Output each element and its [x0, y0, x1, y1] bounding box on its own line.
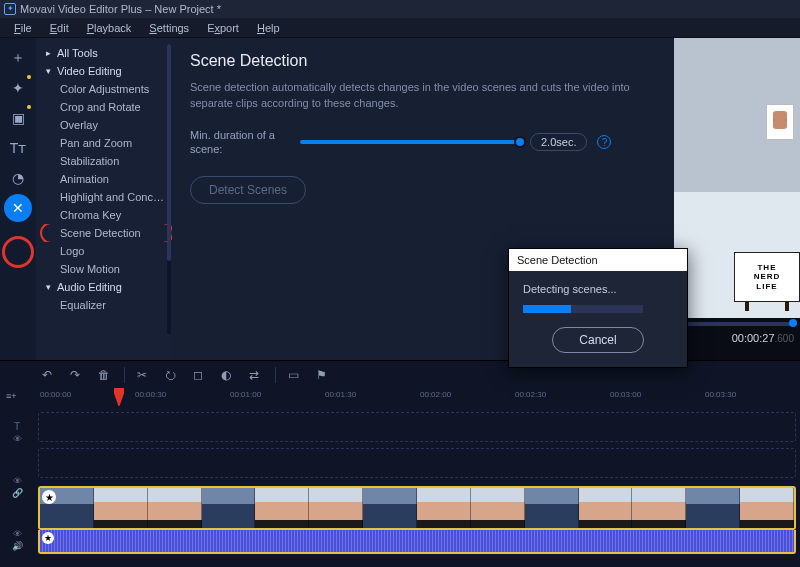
tool-item[interactable]: Stabilization	[36, 152, 172, 170]
preview-frame: THENERDLIFE	[674, 38, 800, 318]
ruler-tick: 00:03:30	[705, 390, 736, 406]
dialog-message: Detecting scenes...	[523, 283, 673, 295]
preview-seekbar[interactable]	[680, 322, 794, 326]
clip-effects-icon[interactable]: ★	[42, 490, 56, 504]
record-icon[interactable]: ▭	[288, 368, 302, 382]
cancel-button[interactable]: Cancel	[552, 327, 643, 353]
ruler-tick: 00:00:30	[135, 390, 166, 406]
menu-file[interactable]: File	[6, 20, 40, 36]
tool-panel-scrollbar[interactable]	[167, 44, 171, 334]
menu-settings[interactable]: Settings	[141, 20, 197, 36]
filters-icon[interactable]: ✦	[4, 74, 32, 102]
timeline: T👁 👁🔗 👁🔊 ★ ★	[0, 406, 800, 567]
preview-pane: THENERDLIFE 00:00:27.600	[674, 38, 800, 360]
more-tools-icon[interactable]: ✕	[4, 194, 32, 222]
ruler-tick: 00:03:00	[610, 390, 641, 406]
ruler-tick: 00:02:00	[420, 390, 451, 406]
menubar: File Edit Playback Settings Export Help	[0, 18, 800, 38]
menu-playback[interactable]: Playback	[79, 20, 140, 36]
preview-sign-prop: THENERDLIFE	[734, 252, 800, 302]
tool-item[interactable]: Logo	[36, 242, 172, 260]
title-track-label[interactable]: T👁	[0, 406, 34, 460]
panel-description: Scene detection automatically detects ch…	[190, 80, 650, 112]
menu-edit[interactable]: Edit	[42, 20, 77, 36]
tool-item[interactable]: Crop and Rotate	[36, 98, 172, 116]
transitions-icon[interactable]: ▣	[4, 104, 32, 132]
tool-item[interactable]: Overlay	[36, 116, 172, 134]
app-title: Movavi Video Editor Plus	[20, 3, 142, 15]
timeline-ruler[interactable]: ≡+ 00:00:0000:00:3000:01:0000:01:3000:02…	[0, 388, 800, 406]
dialog-title: Scene Detection	[509, 249, 687, 271]
rotate-icon[interactable]: ⭮	[165, 368, 179, 382]
tools-audio-editing[interactable]: ▾Audio Editing	[36, 278, 172, 296]
tool-item[interactable]: Color Adjustments	[36, 80, 172, 98]
min-duration-slider[interactable]	[300, 140, 520, 144]
split-icon[interactable]: ✂	[137, 368, 151, 382]
preview-timecode: 00:00:27.600	[680, 332, 794, 344]
tool-item[interactable]: Equalizer	[36, 296, 172, 314]
audio-clip[interactable]: ★	[38, 530, 796, 554]
playhead[interactable]	[114, 388, 124, 406]
ruler-tick: 00:00:00	[40, 390, 71, 406]
titlebar: ✦ Movavi Video Editor Plus – New Project…	[0, 0, 800, 18]
ruler-tick: 00:02:30	[515, 390, 546, 406]
tool-item[interactable]: Chroma Key	[36, 206, 172, 224]
crop-icon[interactable]: ◻	[193, 368, 207, 382]
min-duration-label: Min. duration of a scene:	[190, 128, 290, 157]
tool-item[interactable]: Slow Motion	[36, 260, 172, 278]
min-duration-value[interactable]: 2.0sec.	[530, 133, 587, 151]
video-track-label[interactable]: 👁🔊	[0, 513, 34, 567]
overlay-track[interactable]	[38, 448, 796, 478]
dialog-progress-bar	[523, 305, 643, 313]
left-icon-rail: ＋✦▣Tᴛ◔✕	[0, 38, 36, 360]
ruler-tick: 00:01:30	[325, 390, 356, 406]
project-title: New Project *	[154, 3, 221, 15]
undo-icon[interactable]: ↶	[42, 368, 56, 382]
marker-icon[interactable]: ⚑	[316, 368, 330, 382]
app-logo-icon: ✦	[4, 3, 16, 15]
scene-detection-dialog: Scene Detection Detecting scenes... Canc…	[508, 248, 688, 368]
tools-video-editing[interactable]: ▾Video Editing	[36, 62, 172, 80]
menu-help[interactable]: Help	[249, 20, 288, 36]
tool-item[interactable]: Animation	[36, 170, 172, 188]
ruler-tick: 00:01:00	[230, 390, 261, 406]
stickers-icon[interactable]: ◔	[4, 164, 32, 192]
title-track[interactable]	[38, 412, 796, 442]
overlay-track-label[interactable]: 👁🔗	[0, 460, 34, 514]
help-icon[interactable]: ?	[597, 135, 611, 149]
tool-item[interactable]: Scene Detection	[36, 224, 172, 242]
tool-item[interactable]: Highlight and Conc…	[36, 188, 172, 206]
tool-item[interactable]: Pan and Zoom	[36, 134, 172, 152]
preview-photo-prop	[766, 104, 794, 140]
panel-title: Scene Detection	[190, 52, 656, 70]
video-clip[interactable]: ★	[38, 486, 796, 530]
titles-icon[interactable]: Tᴛ	[4, 134, 32, 162]
clip-properties-icon[interactable]: ⇄	[249, 368, 263, 382]
delete-icon[interactable]: 🗑	[98, 368, 112, 382]
audio-effects-icon[interactable]: ★	[42, 532, 54, 544]
redo-icon[interactable]: ↷	[70, 368, 84, 382]
tool-panel: ▸All Tools ▾Video Editing Color Adjustme…	[36, 38, 172, 360]
detect-scenes-button[interactable]: Detect Scenes	[190, 176, 306, 204]
menu-export[interactable]: Export	[199, 20, 247, 36]
add-track-icon[interactable]: ≡+	[6, 391, 17, 401]
add-media-icon[interactable]: ＋	[4, 44, 32, 72]
tools-all[interactable]: ▸All Tools	[36, 44, 172, 62]
color-adjust-icon[interactable]: ◐	[221, 368, 235, 382]
